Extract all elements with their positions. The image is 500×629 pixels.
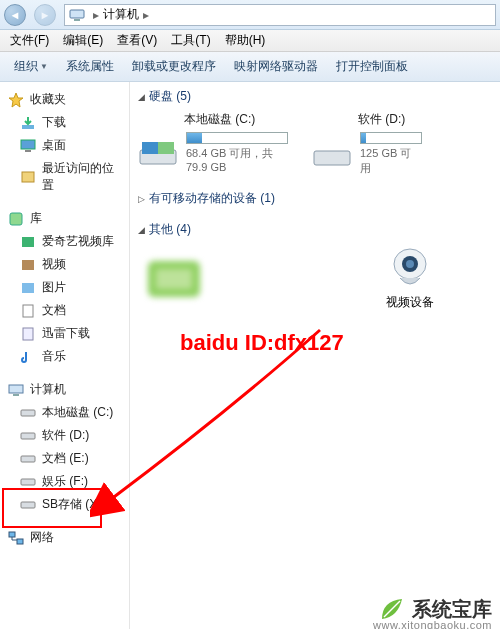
svg-rect-17 — [21, 456, 35, 462]
sidebar-item-drive-d[interactable]: 软件 (D:) — [2, 424, 127, 447]
section-removable: ▷有可移动存储的设备 (1) — [138, 190, 492, 207]
svg-rect-3 — [22, 125, 34, 129]
svg-rect-14 — [13, 394, 19, 396]
sidebar-item-drive-f[interactable]: 娱乐 (F:) — [2, 470, 127, 493]
section-hdd: ◢硬盘 (5) 本地磁盘 (C:) 68.4 GB 可用，共 79.9 GB 软… — [138, 88, 492, 176]
sidebar: 收藏夹 下载 桌面 最近访问的位置 库 爱奇艺视频库 视频 图片 文档 迅雷下载… — [0, 82, 130, 629]
svg-rect-8 — [22, 237, 34, 247]
other-item-blurred[interactable] — [142, 255, 206, 303]
drive-icon — [138, 138, 178, 168]
drive-icon — [20, 405, 36, 421]
breadcrumb[interactable]: ▸ 计算机 ▸ — [64, 4, 496, 26]
svg-point-30 — [406, 260, 414, 268]
drive-d[interactable]: 软件 (D:) 125 GB 可用 — [312, 111, 422, 176]
sidebar-group-network: 网络 — [2, 526, 127, 549]
svg-rect-16 — [21, 433, 35, 439]
footer-url: www.xitongbaoku.com — [373, 619, 492, 629]
menu-tools[interactable]: 工具(T) — [165, 30, 216, 51]
sidebar-group-computer: 计算机 本地磁盘 (C:) 软件 (D:) 文档 (E:) 娱乐 (F:) SB… — [2, 378, 127, 516]
breadcrumb-location[interactable]: 计算机 — [103, 6, 139, 23]
organize-button[interactable]: 组织▼ — [6, 54, 56, 79]
video-icon — [20, 234, 36, 250]
usage-fill — [361, 133, 366, 143]
svg-rect-18 — [21, 479, 35, 485]
sidebar-item-thunder[interactable]: 迅雷下载 — [2, 322, 127, 345]
star-icon — [8, 92, 24, 108]
svg-rect-19 — [21, 502, 35, 508]
chevron-right-icon: ▸ — [93, 8, 99, 22]
network-icon — [8, 530, 24, 546]
sidebar-item-music[interactable]: 音乐 — [2, 345, 127, 368]
music-icon — [20, 349, 36, 365]
main-split: 收藏夹 下载 桌面 最近访问的位置 库 爱奇艺视频库 视频 图片 文档 迅雷下载… — [0, 82, 500, 629]
sidebar-header-libraries[interactable]: 库 — [2, 207, 127, 230]
menu-view[interactable]: 查看(V) — [111, 30, 163, 51]
svg-rect-1 — [74, 19, 80, 21]
download-icon — [20, 115, 36, 131]
sidebar-item-desktop[interactable]: 桌面 — [2, 134, 127, 157]
thunder-icon — [20, 326, 36, 342]
section-header-removable[interactable]: ▷有可移动存储的设备 (1) — [138, 190, 492, 207]
computer-icon — [69, 7, 85, 23]
sidebar-item-downloads[interactable]: 下载 — [2, 111, 127, 134]
chevron-down-icon: ▼ — [40, 62, 48, 71]
svg-rect-23 — [142, 142, 158, 154]
svg-rect-9 — [22, 260, 34, 270]
sidebar-item-videos[interactable]: 视频 — [2, 253, 127, 276]
toolbar: 组织▼ 系统属性 卸载或更改程序 映射网络驱动器 打开控制面板 — [0, 52, 500, 82]
section-header-hdd[interactable]: ◢硬盘 (5) — [138, 88, 492, 105]
menu-file[interactable]: 文件(F) — [4, 30, 55, 51]
sidebar-item-pictures[interactable]: 图片 — [2, 276, 127, 299]
sidebar-item-recent[interactable]: 最近访问的位置 — [2, 157, 127, 197]
svg-marker-2 — [9, 93, 23, 107]
svg-rect-10 — [22, 283, 34, 293]
svg-rect-11 — [23, 305, 33, 317]
film-icon — [20, 257, 36, 273]
drive-icon — [20, 474, 36, 490]
svg-rect-25 — [314, 151, 350, 165]
drive-icon — [20, 497, 36, 513]
desktop-icon — [20, 138, 36, 154]
drive-icon — [20, 428, 36, 444]
picture-icon — [20, 280, 36, 296]
section-header-other[interactable]: ◢其他 (4) — [138, 221, 492, 238]
sidebar-item-documents[interactable]: 文档 — [2, 299, 127, 322]
other-item-video-device[interactable]: 视频设备 — [386, 246, 434, 311]
menu-help[interactable]: 帮助(H) — [219, 30, 272, 51]
sidebar-item-drive-x[interactable]: SB存储 (X:) — [2, 493, 127, 516]
back-button[interactable]: ◄ — [1, 3, 29, 27]
sidebar-item-iqiyi[interactable]: 爱奇艺视频库 — [2, 230, 127, 253]
forward-button[interactable]: ► — [31, 3, 59, 27]
content-pane: ◢硬盘 (5) 本地磁盘 (C:) 68.4 GB 可用，共 79.9 GB 软… — [130, 82, 500, 629]
map-drive-button[interactable]: 映射网络驱动器 — [226, 54, 326, 79]
collapse-icon: ◢ — [138, 225, 145, 235]
sidebar-item-network[interactable]: 网络 — [2, 526, 127, 549]
sidebar-header-computer[interactable]: 计算机 — [2, 378, 127, 401]
svg-rect-27 — [156, 269, 192, 289]
titlebar: ◄ ► ▸ 计算机 ▸ — [0, 0, 500, 30]
svg-rect-5 — [25, 150, 31, 152]
svg-rect-12 — [23, 328, 33, 340]
svg-rect-7 — [10, 213, 22, 225]
control-panel-button[interactable]: 打开控制面板 — [328, 54, 416, 79]
menubar: 文件(F) 编辑(E) 查看(V) 工具(T) 帮助(H) — [0, 30, 500, 52]
recent-icon — [20, 169, 36, 185]
drive-icon — [20, 451, 36, 467]
sidebar-group-favorites: 收藏夹 下载 桌面 最近访问的位置 — [2, 88, 127, 197]
menu-edit[interactable]: 编辑(E) — [57, 30, 109, 51]
drive-c[interactable]: 本地磁盘 (C:) 68.4 GB 可用，共 79.9 GB — [138, 111, 288, 176]
system-properties-button[interactable]: 系统属性 — [58, 54, 122, 79]
sidebar-group-libraries: 库 爱奇艺视频库 视频 图片 文档 迅雷下载 音乐 — [2, 207, 127, 368]
svg-rect-0 — [70, 10, 84, 18]
svg-rect-6 — [22, 172, 34, 182]
drive-icon — [312, 139, 352, 169]
svg-rect-15 — [21, 410, 35, 416]
expand-icon: ▷ — [138, 194, 145, 204]
uninstall-button[interactable]: 卸载或更改程序 — [124, 54, 224, 79]
computer-icon — [8, 382, 24, 398]
sidebar-item-drive-e[interactable]: 文档 (E:) — [2, 447, 127, 470]
svg-rect-21 — [17, 539, 23, 544]
sidebar-item-drive-c[interactable]: 本地磁盘 (C:) — [2, 401, 127, 424]
collapse-icon: ◢ — [138, 92, 145, 102]
sidebar-header-favorites[interactable]: 收藏夹 — [2, 88, 127, 111]
